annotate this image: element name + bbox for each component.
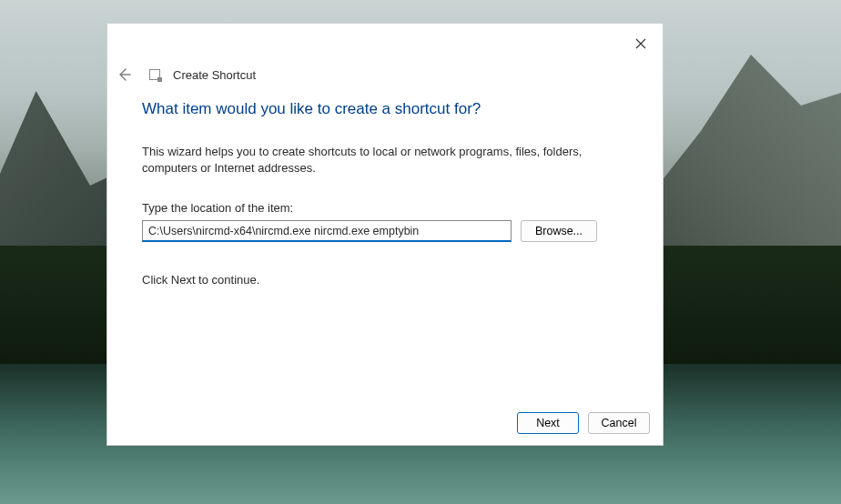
dialog-footer: Next Cancel xyxy=(107,401,663,445)
next-button[interactable]: Next xyxy=(517,412,579,434)
close-icon xyxy=(635,38,646,49)
continue-text: Click Next to continue. xyxy=(142,273,628,287)
dialog-title: Create Shortcut xyxy=(173,68,256,82)
cancel-button[interactable]: Cancel xyxy=(588,412,650,434)
shortcut-icon xyxy=(149,69,160,80)
browse-button[interactable]: Browse... xyxy=(521,220,597,242)
back-arrow-icon xyxy=(117,67,131,82)
back-button[interactable] xyxy=(115,66,133,84)
close-button[interactable] xyxy=(628,31,654,56)
dialog-content: What item would you like to create a sho… xyxy=(107,84,663,401)
headline: What item would you like to create a sho… xyxy=(142,100,628,118)
location-field-row: Browse... xyxy=(142,220,628,242)
description-text: This wizard helps you to create shortcut… xyxy=(142,144,628,176)
location-input[interactable] xyxy=(142,220,512,242)
create-shortcut-dialog: Create Shortcut What item would you like… xyxy=(106,23,664,446)
location-field-label: Type the location of the item: xyxy=(142,201,628,215)
titlebar xyxy=(107,24,663,58)
header-row: Create Shortcut xyxy=(107,66,663,84)
